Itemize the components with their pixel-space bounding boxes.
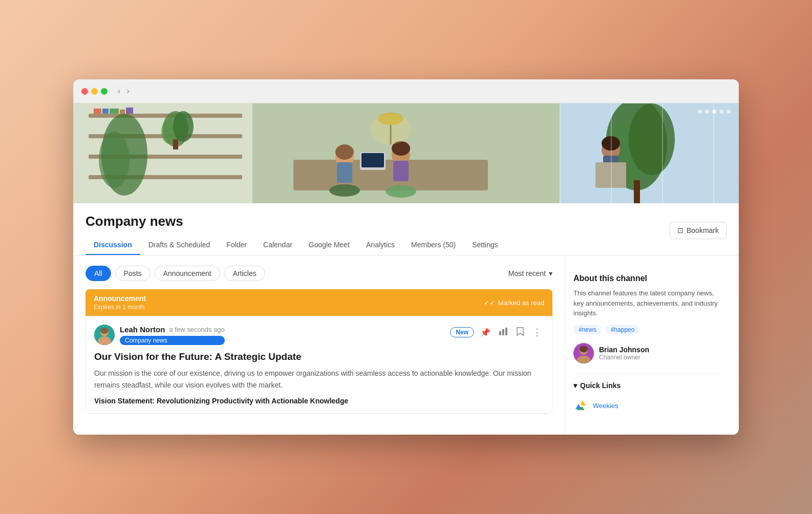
svg-rect-26: [337, 162, 352, 183]
tag-happeo[interactable]: #happeo: [606, 325, 640, 335]
feed-column: All Posts Announcement Articles Most rec…: [73, 255, 565, 435]
more-button[interactable]: ⋮: [530, 325, 544, 340]
new-badge: New: [450, 327, 474, 337]
announcement-info: Announcement Expires in 1 month: [94, 294, 146, 311]
announcement-banner: Announcement Expires in 1 month ✓✓ Marke…: [86, 289, 552, 316]
svg-point-19: [629, 103, 675, 175]
channel-owner: Brian Johnson Channel owner: [573, 343, 720, 363]
svg-point-15: [173, 111, 194, 142]
carousel-dot-1[interactable]: [698, 110, 702, 114]
about-title: About this channel: [573, 274, 720, 283]
svg-rect-51: [505, 328, 507, 335]
close-button[interactable]: [81, 88, 88, 95]
marked-read-label: Marked as read: [498, 299, 544, 307]
svg-rect-4: [89, 114, 242, 118]
svg-rect-39: [611, 103, 612, 203]
svg-rect-23: [293, 160, 488, 190]
maximize-button[interactable]: [101, 88, 108, 95]
sort-button[interactable]: Most recent ▾: [508, 269, 552, 277]
marked-read: ✓✓ Marked as read: [484, 299, 544, 307]
svg-point-24: [329, 184, 360, 197]
quick-link-weekies[interactable]: Weekies: [593, 402, 618, 410]
quick-links-label: Quick Links: [580, 381, 621, 390]
traffic-lights: [81, 88, 108, 95]
hero-image: [73, 103, 739, 203]
svg-rect-8: [94, 109, 101, 114]
post-author: Leah Norton a few seconds ago Company ne…: [94, 325, 225, 345]
filter-all[interactable]: All: [86, 266, 111, 281]
post-header: Leah Norton a few seconds ago Company ne…: [94, 325, 544, 345]
channel-title: Company news: [86, 213, 506, 229]
announcement-expires: Expires in 1 month: [94, 304, 146, 311]
svg-point-54: [580, 346, 588, 352]
browser-window: ‹ ›: [73, 79, 739, 435]
tags-row: #news #happeo: [573, 325, 720, 335]
post-actions: New 📌: [450, 325, 544, 340]
owner-avatar: [573, 343, 594, 363]
svg-rect-32: [361, 153, 384, 167]
carousel-dot-2[interactable]: [705, 110, 709, 114]
owner-info: Brian Johnson Channel owner: [599, 346, 649, 361]
bar-chart-icon: [499, 329, 508, 337]
forward-button[interactable]: ›: [124, 85, 131, 97]
author-name-row: Leah Norton a few seconds ago: [120, 325, 225, 334]
about-text: This channel features the latest company…: [573, 288, 720, 318]
svg-rect-29: [393, 161, 409, 181]
tab-discussion[interactable]: Discussion: [86, 235, 140, 255]
tab-analytics[interactable]: Analytics: [358, 235, 403, 255]
tab-google-meet[interactable]: Google Meet: [301, 235, 358, 255]
owner-role: Channel owner: [599, 354, 649, 361]
post-card: Leah Norton a few seconds ago Company ne…: [86, 316, 552, 414]
filter-articles[interactable]: Articles: [224, 266, 265, 281]
svg-rect-9: [102, 109, 109, 114]
tag-news[interactable]: #news: [573, 325, 602, 335]
quick-links-header[interactable]: ▾ Quick Links: [573, 381, 720, 390]
bookmark-button[interactable]: ⊡ Bookmark: [670, 222, 726, 239]
channel-title-area: Company news Discussion Drafts & Schedul…: [86, 213, 506, 255]
svg-point-33: [386, 185, 416, 198]
svg-point-22: [99, 132, 130, 188]
post-vision-statement: Vision Statement: Revolutionizing Produc…: [94, 397, 544, 405]
author-info: Leah Norton a few seconds ago Company ne…: [120, 325, 225, 345]
page-content: Company news Discussion Drafts & Schedul…: [73, 103, 739, 435]
svg-rect-38: [560, 103, 561, 203]
filter-pills: All Posts Announcement Articles: [86, 266, 265, 281]
filter-posts[interactable]: Posts: [115, 266, 151, 281]
more-icon: ⋮: [532, 327, 542, 337]
tab-members[interactable]: Members (50): [403, 235, 464, 255]
tab-settings[interactable]: Settings: [464, 235, 506, 255]
sort-label: Most recent: [508, 269, 546, 277]
back-button[interactable]: ‹: [116, 85, 122, 97]
svg-point-27: [335, 144, 354, 160]
quick-links-section: ▾ Quick Links: [573, 374, 720, 416]
svg-rect-10: [110, 109, 119, 114]
quick-link-item: Weekies: [573, 396, 720, 416]
post-title: Our Vision for the Future: A Strategic U…: [94, 351, 544, 362]
carousel-dot-4[interactable]: [719, 110, 723, 114]
minimize-button[interactable]: [91, 88, 98, 95]
chevron-down-icon: ▾: [573, 381, 577, 390]
post-time: a few seconds ago: [169, 326, 224, 333]
tab-calendar[interactable]: Calendar: [255, 235, 301, 255]
svg-rect-11: [120, 110, 125, 114]
post-excerpt: Our mission is the core of our existence…: [94, 368, 544, 391]
analytics-button[interactable]: [497, 325, 510, 340]
svg-rect-40: [662, 103, 663, 203]
carousel-dot-5[interactable]: [726, 110, 731, 114]
carousel-dot-3[interactable]: [712, 110, 716, 114]
author-name: Leah Norton: [120, 325, 165, 334]
checkmark-icon: ✓✓: [484, 299, 495, 307]
filter-announcement[interactable]: Announcement: [155, 266, 220, 281]
pin-button[interactable]: 📌: [478, 326, 493, 339]
channel-header: Company news Discussion Drafts & Schedul…: [73, 203, 739, 255]
author-avatar: [94, 325, 115, 345]
bookmark-post-icon: [516, 329, 524, 337]
owner-name: Brian Johnson: [599, 346, 649, 354]
about-channel: About this channel This channel features…: [565, 266, 729, 424]
tab-folder[interactable]: Folder: [218, 235, 255, 255]
svg-rect-50: [502, 329, 504, 335]
post-tag[interactable]: Company news: [120, 336, 225, 345]
browser-chrome: ‹ ›: [73, 79, 739, 103]
bookmark-post-button[interactable]: [514, 325, 526, 340]
tab-drafts-scheduled[interactable]: Drafts & Scheduled: [140, 235, 219, 255]
